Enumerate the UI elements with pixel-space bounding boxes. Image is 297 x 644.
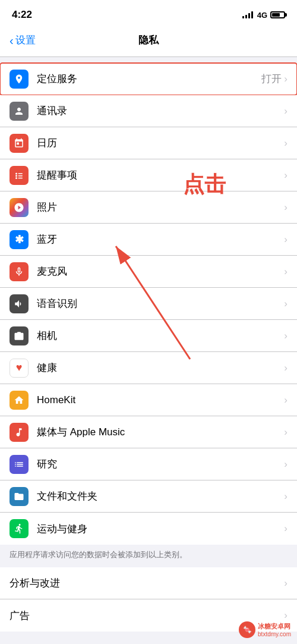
bluetooth-label: 蓝牙 [37,233,284,246]
watermark-url: btxtdmy.com [258,631,291,637]
nav-bar: ‹ 设置 隐私 [0,26,297,57]
contacts-label: 通讯录 [37,104,284,118]
contacts-icon [10,102,29,121]
page-title: 隐私 [138,33,159,47]
network-type: 4G [257,11,267,20]
health-label: 健康 [37,361,284,375]
files-icon [10,487,29,506]
camera-item[interactable]: 相机 › [0,320,297,352]
contacts-chevron-icon: › [284,105,287,117]
svg-point-4 [15,175,17,177]
battery-icon [270,11,285,18]
location-icon [10,70,29,89]
fitness-chevron-icon: › [284,523,287,535]
homekit-label: HomeKit [37,394,284,406]
files-item[interactable]: 文件和文件夹 › [0,480,297,513]
fitness-item[interactable]: 运动与健身 › [0,513,297,545]
signal-bars-icon [242,11,253,18]
photos-label: 照片 [37,200,284,214]
media-icon [10,423,29,442]
speech-item[interactable]: 语音识别 › [0,288,297,320]
reminders-icon [10,166,29,185]
watermark: 🍬 冰糖安卓网 btxtdmy.com [239,621,291,638]
health-item[interactable]: ♥ 健康 › [0,352,297,384]
files-chevron-icon: › [284,491,287,502]
research-chevron-icon: › [284,458,287,470]
svg-point-2 [15,172,17,174]
bluetooth-item[interactable]: ✱ 蓝牙 › [0,224,297,256]
calendar-label: 日历 [37,136,284,150]
speech-chevron-icon: › [284,298,287,310]
media-label: 媒体与 Apple Music [37,425,284,439]
microphone-icon [10,262,29,281]
contacts-item[interactable]: 通讯录 › [0,95,297,127]
homekit-icon [10,391,29,410]
analytics-chevron-icon: › [284,577,287,589]
camera-icon [10,326,29,345]
microphone-label: 麦克风 [37,265,284,278]
health-icon: ♥ [10,359,29,378]
research-item[interactable]: 研究 › [0,448,297,480]
media-chevron-icon: › [284,426,287,438]
location-label: 定位服务 [37,72,261,86]
back-chevron-icon: ‹ [10,34,14,46]
files-label: 文件和文件夹 [37,489,284,503]
fitness-label: 运动与健身 [37,522,284,536]
microphone-chevron-icon: › [284,266,287,278]
research-icon [10,455,29,474]
media-item[interactable]: 媒体与 Apple Music › [0,416,297,448]
svg-rect-3 [18,173,23,174]
calendar-icon [10,134,29,153]
speech-label: 语音识别 [37,297,284,310]
speech-icon [10,294,29,313]
back-button[interactable]: ‹ 设置 [10,33,36,47]
fitness-icon [10,519,29,538]
research-label: 研究 [37,457,284,471]
watermark-icon: 🍬 [239,621,255,638]
svg-rect-7 [18,177,23,178]
homekit-item[interactable]: HomeKit › [0,384,297,416]
reminders-item[interactable]: 提醒事项 › [0,159,297,191]
health-chevron-icon: › [284,362,287,374]
status-bar: 4:22 4G [0,0,297,26]
status-time: 4:22 [12,9,32,21]
camera-chevron-icon: › [284,330,287,342]
calendar-chevron-icon: › [284,137,287,149]
homekit-chevron-icon: › [284,394,287,406]
main-container: 4:22 4G ‹ 设置 隐私 [0,0,297,632]
watermark-site-name: 冰糖安卓网 [258,622,291,631]
location-value: 打开 [261,72,282,86]
camera-label: 相机 [37,329,284,343]
analytics-item[interactable]: 分析与改进 › [0,567,297,599]
reminders-label: 提醒事项 [37,168,284,182]
bluetooth-chevron-icon: › [284,234,287,246]
svg-point-6 [15,177,17,179]
location-right: 打开 › [261,72,287,86]
back-label: 设置 [15,33,36,47]
location-section: 定位服务 打开 › 通讯录 › [0,63,297,545]
ads-chevron-icon: › [284,610,287,621]
bluetooth-icon: ✱ [10,230,29,249]
calendar-item[interactable]: 日历 › [0,127,297,159]
ads-label: 广告 [10,609,284,623]
reminders-chevron-icon: › [284,169,287,181]
microphone-item[interactable]: 麦克风 › [0,256,297,288]
status-icons: 4G [242,11,285,20]
svg-rect-5 [18,175,23,177]
photos-item[interactable]: 照片 › [0,191,297,224]
analytics-label: 分析与改进 [10,576,284,590]
location-chevron-icon: › [284,73,287,85]
bottom-note: 应用程序请求访问您的数据时会被添加到以上类别。 [0,545,297,565]
battery-fill [272,13,280,17]
photos-chevron-icon: › [284,202,287,213]
location-services-item[interactable]: 定位服务 打开 › [0,63,297,95]
photos-icon [10,198,29,217]
